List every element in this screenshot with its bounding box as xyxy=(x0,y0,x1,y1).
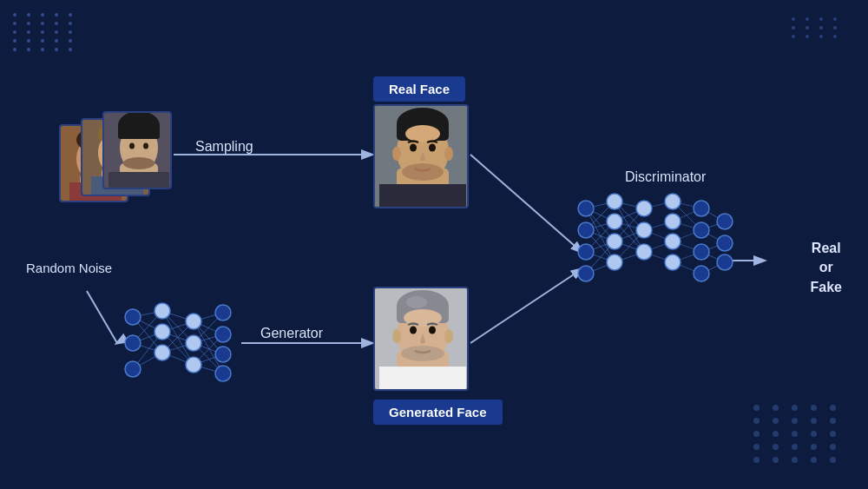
svg-point-97 xyxy=(429,327,436,334)
svg-point-161 xyxy=(694,244,709,260)
face-stack-img-3 xyxy=(102,111,172,189)
svg-line-6 xyxy=(470,269,582,343)
generated-face-photo xyxy=(373,287,469,391)
svg-point-81 xyxy=(186,335,201,351)
svg-point-165 xyxy=(717,254,733,270)
svg-rect-91 xyxy=(379,367,466,391)
svg-point-155 xyxy=(665,194,681,209)
generated-face-label: Generated Face xyxy=(373,400,503,425)
svg-point-44 xyxy=(392,147,401,161)
svg-point-78 xyxy=(155,324,170,340)
svg-point-99 xyxy=(392,329,401,343)
svg-line-3 xyxy=(87,291,117,343)
svg-line-5 xyxy=(470,155,582,252)
svg-point-156 xyxy=(665,214,681,229)
real-or-fake-label: Real or Fake xyxy=(811,239,842,297)
svg-point-43 xyxy=(402,163,444,181)
svg-point-86 xyxy=(215,366,231,381)
bg-dots-bottom-right xyxy=(753,405,842,463)
bg-dots-top-right xyxy=(792,17,842,38)
svg-point-94 xyxy=(406,296,427,308)
svg-point-160 xyxy=(694,222,709,238)
svg-point-159 xyxy=(694,201,709,216)
svg-point-29 xyxy=(129,143,135,149)
svg-rect-37 xyxy=(379,184,466,208)
svg-point-145 xyxy=(578,222,594,238)
svg-point-164 xyxy=(717,235,733,251)
random-noise-label: Random Noise xyxy=(26,261,112,275)
svg-point-96 xyxy=(410,327,417,334)
svg-point-82 xyxy=(186,357,201,373)
svg-point-45 xyxy=(444,147,453,161)
svg-point-74 xyxy=(125,309,141,325)
svg-rect-28 xyxy=(118,123,160,139)
svg-point-80 xyxy=(186,314,201,329)
svg-point-147 xyxy=(578,266,594,281)
svg-point-75 xyxy=(125,335,141,351)
svg-point-41 xyxy=(410,144,417,152)
sampling-label: Sampling xyxy=(195,139,253,155)
svg-point-150 xyxy=(607,234,622,249)
svg-point-152 xyxy=(636,201,652,216)
svg-point-83 xyxy=(215,305,231,320)
svg-point-77 xyxy=(155,303,170,319)
real-face-photo xyxy=(373,104,469,208)
svg-point-85 xyxy=(215,347,231,362)
svg-point-149 xyxy=(607,214,622,229)
bg-dots-top-left xyxy=(13,13,77,51)
svg-rect-26 xyxy=(108,172,169,189)
svg-point-157 xyxy=(665,234,681,249)
svg-point-76 xyxy=(125,361,141,377)
svg-point-146 xyxy=(578,244,594,260)
svg-point-163 xyxy=(717,214,733,229)
svg-point-98 xyxy=(401,346,444,361)
svg-point-40 xyxy=(405,125,440,142)
svg-point-79 xyxy=(155,345,170,360)
svg-point-42 xyxy=(429,144,436,152)
discriminator-label: Discriminator xyxy=(625,169,706,185)
svg-point-158 xyxy=(665,254,681,270)
svg-point-162 xyxy=(694,266,709,281)
svg-point-144 xyxy=(578,201,594,216)
svg-point-30 xyxy=(143,143,148,149)
svg-point-148 xyxy=(607,194,622,209)
svg-point-100 xyxy=(444,329,453,343)
face-stack xyxy=(59,111,172,215)
svg-point-154 xyxy=(636,244,652,260)
generator-label: Generator xyxy=(260,326,323,341)
svg-point-31 xyxy=(123,157,155,169)
svg-point-151 xyxy=(607,254,622,270)
discriminator-neural-net xyxy=(573,191,733,326)
svg-point-153 xyxy=(636,222,652,238)
generator-neural-net xyxy=(117,295,243,395)
svg-point-84 xyxy=(215,327,231,342)
real-face-label: Real Face xyxy=(373,76,465,102)
